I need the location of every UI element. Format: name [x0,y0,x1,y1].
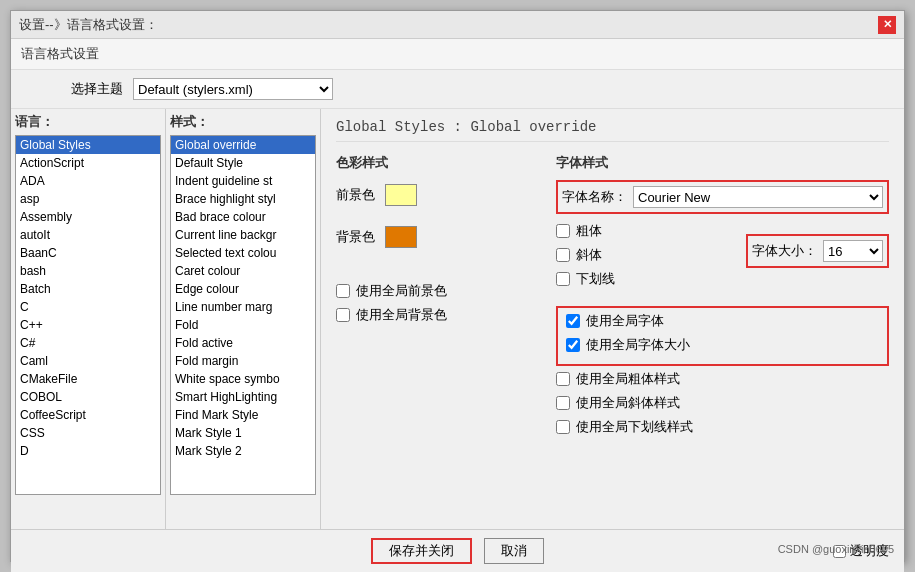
list-item[interactable]: Line number marg [171,298,315,316]
save-button[interactable]: 保存并关闭 [371,538,472,564]
list-item[interactable]: Default Style [171,154,315,172]
global-color-checks: 使用全局前景色 使用全局背景色 [336,282,536,324]
underline-checkbox[interactable] [556,272,570,286]
italic-label[interactable]: 斜体 [576,246,602,264]
background-swatch[interactable] [385,226,417,248]
main-dialog: 设置--》语言格式设置： ✕ 语言格式设置 选择主题 Default (styl… [10,10,905,562]
bold-checkbox[interactable] [556,224,570,238]
list-item[interactable]: CSS [16,424,160,442]
foreground-row: 前景色 [336,180,536,210]
title-bar-text: 设置--》语言格式设置： [19,16,158,34]
theme-label: 选择主题 [71,80,123,98]
use-font-label[interactable]: 使用全局字体 [586,312,664,330]
use-font-size-row: 使用全局字体大小 [566,336,879,354]
list-item[interactable]: BaanC [16,244,160,262]
list-item[interactable]: Brace highlight styl [171,190,315,208]
list-item[interactable]: Edge colour [171,280,315,298]
list-item[interactable]: asp [16,190,160,208]
list-item[interactable]: Smart HighLighting [171,388,315,406]
list-item[interactable]: Caret colour [171,262,315,280]
theme-select[interactable]: Default (stylers.xml) [133,78,333,100]
title-bar: 设置--》语言格式设置： ✕ [11,11,904,39]
use-background-row: 使用全局背景色 [336,306,536,324]
list-item[interactable]: CoffeeScript [16,406,160,424]
list-item[interactable]: autoIt [16,226,160,244]
use-italic-checkbox[interactable] [556,396,570,410]
list-item[interactable]: ADA [16,172,160,190]
list-item[interactable]: Bad brace colour [171,208,315,226]
list-item[interactable]: Global override [171,136,315,154]
use-background-label[interactable]: 使用全局背景色 [356,306,447,324]
background-row: 背景色 [336,222,536,252]
list-item[interactable]: Selected text colou [171,244,315,262]
font-name-label: 字体名称： [562,188,627,206]
global-font-checks: 使用全局字体 使用全局字体大小 使用全局粗体样式 [556,306,889,436]
bold-label[interactable]: 粗体 [576,222,602,240]
use-background-checkbox[interactable] [336,308,350,322]
dialog-header: 语言格式设置 [11,39,904,70]
italic-checkbox[interactable] [556,248,570,262]
list-item[interactable]: Current line backgr [171,226,315,244]
foreground-swatch[interactable] [385,184,417,206]
style-list[interactable]: Global override Default Style Indent gui… [170,135,316,495]
font-section: 字体样式 字体名称： Courier New 粗体 [556,154,889,442]
settings-panel: Global Styles : Global override 色彩样式 前景色… [321,109,904,529]
global-font-box: 使用全局字体 使用全局字体大小 [556,306,889,366]
use-font-checkbox[interactable] [566,314,580,328]
use-foreground-label[interactable]: 使用全局前景色 [356,282,447,300]
list-item[interactable]: Mark Style 2 [171,442,315,460]
list-item[interactable]: Fold active [171,334,315,352]
list-item[interactable]: Mark Style 1 [171,424,315,442]
use-font-size-label[interactable]: 使用全局字体大小 [586,336,690,354]
list-item[interactable]: C [16,298,160,316]
list-item[interactable]: Caml [16,352,160,370]
use-italic-label[interactable]: 使用全局斜体样式 [576,394,680,412]
use-underline-checkbox[interactable] [556,420,570,434]
use-foreground-checkbox[interactable] [336,284,350,298]
list-item[interactable]: D [16,442,160,460]
list-item[interactable]: COBOL [16,388,160,406]
lang-list[interactable]: Global Styles ActionScript ADA asp Assem… [15,135,161,495]
watermark: CSDN @guoxinxin0605 [778,543,894,555]
foreground-label: 前景色 [336,186,375,204]
list-item[interactable]: Find Mark Style [171,406,315,424]
settings-columns: 色彩样式 前景色 背景色 使用全局前景色 [336,154,889,442]
use-font-size-checkbox[interactable] [566,338,580,352]
background-label: 背景色 [336,228,375,246]
list-item[interactable]: Indent guideline st [171,172,315,190]
color-section-label: 色彩样式 [336,154,536,172]
font-section-label: 字体样式 [556,154,889,172]
use-underline-label[interactable]: 使用全局下划线样式 [576,418,693,436]
bottom-buttons: 保存并关闭 取消 [246,538,670,564]
color-section: 色彩样式 前景色 背景色 使用全局前景色 [336,154,536,442]
use-bold-checkbox[interactable] [556,372,570,386]
list-item[interactable]: Global Styles [16,136,160,154]
use-bold-row: 使用全局粗体样式 [556,370,889,388]
list-item[interactable]: C++ [16,316,160,334]
list-item[interactable]: Batch [16,280,160,298]
close-button[interactable]: ✕ [878,16,896,34]
lang-panel: 语言： Global Styles ActionScript ADA asp A… [11,109,166,529]
use-italic-row: 使用全局斜体样式 [556,394,889,412]
list-item[interactable]: Fold margin [171,352,315,370]
use-font-row: 使用全局字体 [566,312,879,330]
font-size-select[interactable]: 16 [823,240,883,262]
list-item[interactable]: C# [16,334,160,352]
underline-label[interactable]: 下划线 [576,270,615,288]
font-size-label: 字体大小： [752,242,817,260]
list-item[interactable]: White space symbo [171,370,315,388]
style-panel-label: 样式： [170,113,316,131]
list-item[interactable]: Assembly [16,208,160,226]
cancel-button[interactable]: 取消 [484,538,544,564]
list-item[interactable]: Fold [171,316,315,334]
settings-title: Global Styles : Global override [336,119,889,142]
theme-row: 选择主题 Default (stylers.xml) [11,70,904,109]
list-item[interactable]: ActionScript [16,154,160,172]
font-name-select[interactable]: Courier New [633,186,883,208]
use-underline-row: 使用全局下划线样式 [556,418,889,436]
list-item[interactable]: bash [16,262,160,280]
style-panel: 样式： Global override Default Style Indent… [166,109,321,529]
use-foreground-row: 使用全局前景色 [336,282,536,300]
list-item[interactable]: CMakeFile [16,370,160,388]
use-bold-label[interactable]: 使用全局粗体样式 [576,370,680,388]
